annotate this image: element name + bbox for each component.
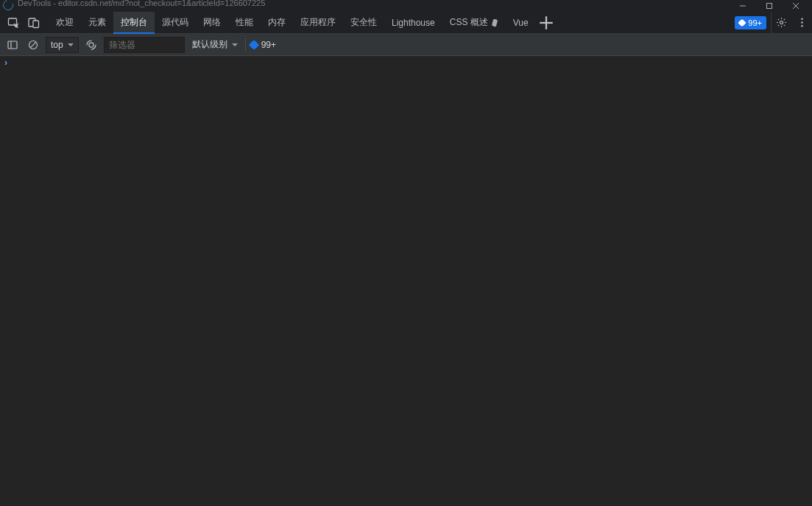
svg-rect-13: [8, 41, 17, 49]
tab-label: Vue: [513, 18, 529, 28]
tab-application[interactable]: 应用程序: [293, 12, 343, 33]
level-label: 默认级别: [192, 38, 227, 51]
log-level-selector[interactable]: 默认级别: [189, 38, 241, 51]
tab-label: 欢迎: [56, 16, 74, 29]
window-title: DevTools - editor.csdn.net/md?not_checko…: [18, 0, 265, 7]
tab-label: 安全性: [350, 16, 377, 29]
tab-lighthouse[interactable]: Lighthouse: [384, 12, 442, 33]
svg-point-11: [801, 21, 802, 23]
more-options-button[interactable]: [791, 12, 812, 33]
toolbar-issues-badge[interactable]: 99+: [250, 40, 276, 50]
device-toggle-icon[interactable]: [24, 12, 44, 33]
chevron-down-icon: [232, 43, 238, 46]
filter-input[interactable]: [104, 37, 185, 53]
tab-label: CSS 概述: [450, 16, 488, 29]
tab-css-overview[interactable]: CSS 概述: [442, 12, 506, 33]
issues-badge[interactable]: 99+: [735, 16, 766, 29]
tab-label: 应用程序: [300, 16, 336, 29]
tab-network[interactable]: 网络: [196, 12, 228, 33]
live-expression-button[interactable]: [83, 37, 99, 53]
tab-label: Lighthouse: [392, 18, 435, 28]
add-tab-button[interactable]: [536, 12, 557, 33]
devtools-tabstrip: 欢迎 元素 控制台 源代码 网络 性能 内存 应用程序 安全性 Lighthou…: [0, 12, 812, 34]
badge-count: 99+: [748, 18, 762, 27]
tab-label: 源代码: [162, 16, 188, 29]
devtools-icon: [1, 0, 15, 13]
svg-line-16: [30, 42, 36, 48]
svg-point-9: [780, 21, 783, 24]
tab-performance[interactable]: 性能: [228, 12, 261, 33]
tab-memory[interactable]: 内存: [261, 12, 293, 33]
tab-security[interactable]: 安全性: [343, 12, 384, 33]
prompt-chevron-icon: ›: [4, 57, 7, 68]
message-icon: [738, 18, 746, 27]
issue-count: 99+: [261, 40, 276, 50]
close-button[interactable]: [783, 0, 809, 12]
tab-label: 内存: [268, 16, 286, 29]
svg-point-12: [801, 25, 802, 27]
context-label: top: [51, 40, 63, 50]
tab-elements[interactable]: 元素: [81, 12, 113, 33]
chevron-down-icon: [68, 43, 74, 46]
svg-rect-6: [33, 21, 39, 28]
clear-console-button[interactable]: [25, 37, 41, 53]
console-output: ›: [0, 56, 812, 506]
inspect-element-icon[interactable]: [3, 12, 24, 33]
experiment-icon: [491, 18, 498, 27]
maximize-button[interactable]: [756, 0, 783, 12]
context-selector[interactable]: top: [46, 37, 79, 53]
message-icon: [249, 39, 259, 49]
tab-label: 网络: [203, 16, 221, 29]
tab-vue[interactable]: Vue: [506, 12, 536, 33]
tab-console[interactable]: 控制台: [113, 12, 155, 33]
tab-sources[interactable]: 源代码: [155, 12, 196, 33]
svg-rect-4: [9, 18, 17, 25]
tab-label: 性能: [236, 16, 253, 29]
titlebar: DevTools - editor.csdn.net/md?not_checko…: [0, 0, 812, 12]
tab-welcome[interactable]: 欢迎: [49, 12, 81, 33]
svg-rect-1: [767, 4, 772, 9]
svg-point-17: [88, 42, 93, 46]
tab-label: 控制台: [121, 16, 147, 29]
console-prompt[interactable]: ›: [0, 56, 812, 69]
toggle-sidebar-button[interactable]: [4, 37, 21, 53]
divider: [245, 38, 246, 52]
tab-label: 元素: [88, 16, 106, 29]
console-toolbar: top 默认级别 99+: [0, 34, 812, 56]
minimize-button[interactable]: [730, 0, 756, 12]
svg-point-10: [801, 18, 802, 20]
settings-button[interactable]: [771, 12, 791, 33]
